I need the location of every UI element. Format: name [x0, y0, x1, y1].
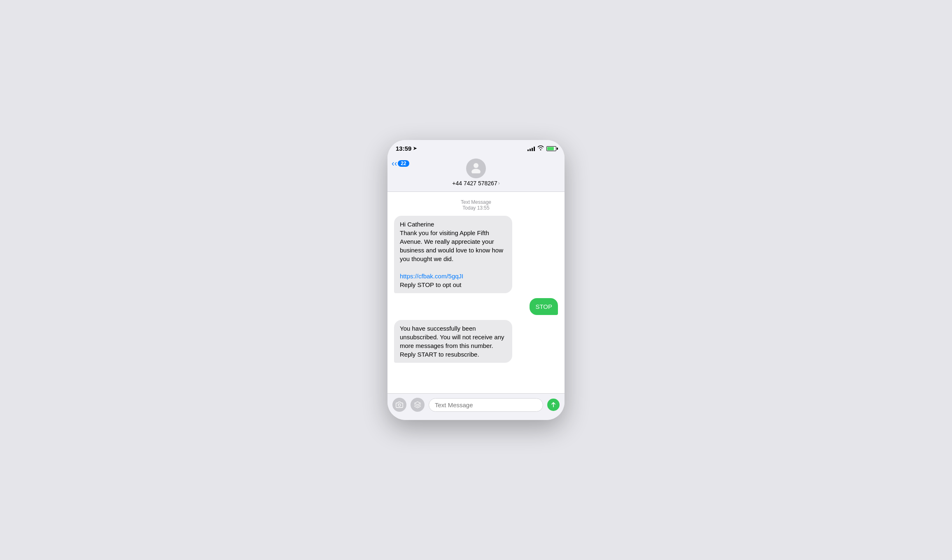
contact-number[interactable]: +44 7427 578267 › — [452, 180, 499, 187]
back-badge[interactable]: 22 — [398, 160, 409, 167]
contact-chevron-icon: › — [498, 180, 500, 186]
svg-point-2 — [398, 404, 401, 406]
bubble-outgoing-1: STOP — [530, 298, 558, 315]
message-input-wrapper[interactable] — [429, 398, 543, 412]
stop-text: STOP — [535, 303, 552, 310]
time-display: 13:59 — [396, 145, 411, 152]
bubble-incoming-2: You have successfully been unsubscribed.… — [394, 320, 512, 363]
wifi-icon — [537, 145, 544, 152]
back-chevron-icon: ‹‹ — [392, 159, 397, 168]
status-bar: 13:59 ➤ — [387, 140, 565, 155]
send-button[interactable] — [547, 399, 560, 411]
message-row-incoming-2: You have successfully been unsubscribed.… — [394, 320, 558, 363]
bubble-incoming-1: Hi CatherineThank you for visiting Apple… — [394, 216, 512, 293]
input-area — [387, 393, 565, 420]
battery-icon — [546, 146, 556, 151]
message-row-outgoing-1: STOP — [394, 298, 558, 315]
location-icon: ➤ — [413, 146, 417, 151]
avatar — [466, 159, 486, 178]
status-icons — [527, 145, 556, 152]
status-time: 13:59 ➤ — [396, 145, 417, 152]
message-timestamp: Text Message Today 13:55 — [394, 199, 558, 211]
message-row-incoming-1: Hi CatherineThank you for visiting Apple… — [394, 216, 558, 293]
svg-point-0 — [474, 163, 478, 168]
chat-header: ‹‹ 22 +44 7427 578267 › — [387, 155, 565, 192]
person-icon — [470, 161, 482, 176]
svg-point-1 — [471, 169, 481, 173]
signal-bars-icon — [527, 146, 535, 151]
timestamp-value: Today 13:55 — [394, 205, 558, 211]
camera-icon — [396, 401, 403, 408]
unsubscribe-text: You have successfully been unsubscribed.… — [400, 325, 504, 358]
appstore-button[interactable] — [411, 398, 425, 412]
message-input[interactable] — [435, 401, 537, 408]
camera-button[interactable] — [392, 398, 406, 412]
back-button[interactable]: ‹‹ 22 — [392, 159, 409, 168]
survey-link[interactable]: https://cfbak.com/5gqJI — [400, 273, 463, 280]
phone-frame: 13:59 ➤ ‹‹ 22 — [387, 140, 565, 420]
timestamp-label: Text Message — [394, 199, 558, 205]
send-icon — [550, 401, 557, 408]
appstore-icon — [414, 401, 421, 408]
messages-area[interactable]: Text Message Today 13:55 Hi CatherineTha… — [387, 192, 565, 393]
